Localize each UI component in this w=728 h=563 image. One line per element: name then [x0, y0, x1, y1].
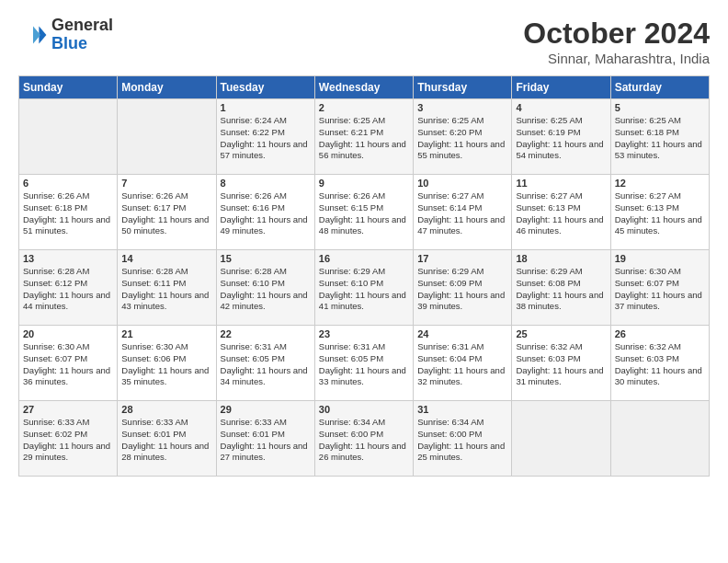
day-info: Daylight: 11 hours and 41 minutes. [319, 290, 409, 314]
main-title: October 2024 [523, 17, 710, 51]
day-info: Daylight: 11 hours and 35 minutes. [121, 365, 211, 389]
day-info: Sunset: 6:05 PM [221, 353, 311, 365]
day-number: 21 [121, 328, 211, 339]
day-info: Sunrise: 6:34 AM [319, 417, 409, 429]
day-info: Sunrise: 6:25 AM [319, 115, 409, 127]
col-friday: Friday [512, 76, 610, 99]
day-info: Daylight: 11 hours and 49 minutes. [221, 214, 311, 238]
day-number: 31 [417, 404, 507, 415]
calendar-cell: 13Sunrise: 6:28 AMSunset: 6:12 PMDayligh… [19, 250, 118, 326]
day-info: Sunrise: 6:34 AM [417, 417, 507, 429]
day-info: Sunset: 6:17 PM [121, 202, 211, 214]
day-info: Daylight: 11 hours and 47 minutes. [417, 214, 507, 238]
day-info: Daylight: 11 hours and 32 minutes. [417, 365, 507, 389]
day-info: Sunset: 6:22 PM [221, 127, 311, 139]
day-info: Sunset: 6:12 PM [23, 278, 113, 290]
day-info: Daylight: 11 hours and 31 minutes. [516, 365, 606, 389]
calendar-cell: 11Sunrise: 6:27 AMSunset: 6:13 PMDayligh… [512, 175, 610, 250]
day-number: 28 [121, 404, 211, 415]
calendar-cell: 9Sunrise: 6:26 AMSunset: 6:15 PMDaylight… [314, 175, 413, 250]
day-info: Sunrise: 6:33 AM [121, 417, 211, 429]
calendar-cell: 25Sunrise: 6:32 AMSunset: 6:03 PMDayligh… [512, 326, 610, 401]
day-info: Sunset: 6:07 PM [23, 353, 113, 365]
calendar-cell: 21Sunrise: 6:30 AMSunset: 6:06 PMDayligh… [118, 326, 216, 401]
day-info: Sunrise: 6:25 AM [417, 115, 507, 127]
calendar-cell: 8Sunrise: 6:26 AMSunset: 6:16 PMDaylight… [216, 175, 314, 250]
day-info: Sunrise: 6:26 AM [221, 190, 311, 202]
day-info: Daylight: 11 hours and 50 minutes. [121, 214, 211, 238]
day-number: 18 [516, 253, 606, 264]
day-info: Sunrise: 6:32 AM [615, 341, 705, 353]
day-info: Sunrise: 6:24 AM [221, 115, 311, 127]
day-number: 12 [615, 178, 705, 189]
day-info: Daylight: 11 hours and 43 minutes. [121, 290, 211, 314]
day-info: Sunset: 6:13 PM [516, 202, 606, 214]
day-number: 15 [221, 253, 311, 264]
header-row: Sunday Monday Tuesday Wednesday Thursday… [19, 76, 710, 99]
calendar-cell: 28Sunrise: 6:33 AMSunset: 6:01 PMDayligh… [118, 401, 216, 477]
day-info: Sunset: 6:08 PM [516, 278, 606, 290]
day-info: Sunset: 6:18 PM [23, 202, 113, 214]
day-info: Sunset: 6:06 PM [121, 353, 211, 365]
day-info: Sunset: 6:21 PM [319, 127, 409, 139]
day-number: 17 [417, 253, 507, 264]
day-info: Sunrise: 6:30 AM [615, 266, 705, 278]
calendar-cell: 7Sunrise: 6:26 AMSunset: 6:17 PMDaylight… [118, 175, 216, 250]
day-info: Sunset: 6:03 PM [615, 353, 705, 365]
calendar-cell: 3Sunrise: 6:25 AMSunset: 6:20 PMDaylight… [414, 99, 512, 175]
day-info: Sunset: 6:05 PM [319, 353, 409, 365]
day-info: Sunset: 6:04 PM [417, 353, 507, 365]
day-number: 30 [319, 404, 409, 415]
title-block: October 2024 Sinnar, Maharashtra, India [523, 17, 710, 66]
day-info: Daylight: 11 hours and 25 minutes. [417, 441, 507, 465]
calendar-cell: 14Sunrise: 6:28 AMSunset: 6:11 PMDayligh… [118, 250, 216, 326]
week-row-3: 13Sunrise: 6:28 AMSunset: 6:12 PMDayligh… [19, 250, 710, 326]
day-number: 23 [319, 328, 409, 339]
day-number: 16 [319, 253, 409, 264]
calendar-cell [512, 401, 610, 477]
day-number: 24 [417, 328, 507, 339]
day-info: Sunrise: 6:28 AM [23, 266, 113, 278]
day-info: Sunset: 6:18 PM [615, 127, 705, 139]
day-info: Sunrise: 6:27 AM [417, 190, 507, 202]
day-number: 13 [23, 253, 113, 264]
calendar-cell: 5Sunrise: 6:25 AMSunset: 6:18 PMDaylight… [610, 99, 709, 175]
day-info: Sunrise: 6:28 AM [121, 266, 211, 278]
day-info: Sunrise: 6:30 AM [23, 341, 113, 353]
day-info: Daylight: 11 hours and 56 minutes. [319, 139, 409, 163]
day-info: Sunset: 6:11 PM [121, 278, 211, 290]
day-info: Daylight: 11 hours and 29 minutes. [23, 441, 113, 465]
day-info: Sunrise: 6:25 AM [516, 115, 606, 127]
day-info: Sunrise: 6:31 AM [319, 341, 409, 353]
day-info: Sunset: 6:19 PM [516, 127, 606, 139]
day-number: 19 [615, 253, 705, 264]
day-info: Sunrise: 6:29 AM [417, 266, 507, 278]
sub-title: Sinnar, Maharashtra, India [523, 51, 710, 66]
col-tuesday: Tuesday [216, 76, 314, 99]
day-number: 4 [516, 102, 606, 113]
day-number: 22 [221, 328, 311, 339]
calendar-cell: 18Sunrise: 6:29 AMSunset: 6:08 PMDayligh… [512, 250, 610, 326]
logo: General Blue [18, 17, 113, 53]
week-row-4: 20Sunrise: 6:30 AMSunset: 6:07 PMDayligh… [19, 326, 710, 401]
day-number: 9 [319, 178, 409, 189]
col-monday: Monday [118, 76, 216, 99]
logo-text: General Blue [51, 17, 113, 53]
calendar-cell: 17Sunrise: 6:29 AMSunset: 6:09 PMDayligh… [414, 250, 512, 326]
day-info: Sunrise: 6:25 AM [615, 115, 705, 127]
calendar-cell: 27Sunrise: 6:33 AMSunset: 6:02 PMDayligh… [19, 401, 118, 477]
day-info: Daylight: 11 hours and 54 minutes. [516, 139, 606, 163]
day-number: 8 [221, 178, 311, 189]
calendar-cell: 10Sunrise: 6:27 AMSunset: 6:14 PMDayligh… [414, 175, 512, 250]
day-number: 5 [615, 102, 705, 113]
calendar-cell: 19Sunrise: 6:30 AMSunset: 6:07 PMDayligh… [610, 250, 709, 326]
day-info: Sunrise: 6:27 AM [615, 190, 705, 202]
day-info: Sunset: 6:15 PM [319, 202, 409, 214]
col-thursday: Thursday [414, 76, 512, 99]
calendar-cell [610, 401, 709, 477]
day-info: Daylight: 11 hours and 53 minutes. [615, 139, 705, 163]
day-info: Sunset: 6:14 PM [417, 202, 507, 214]
calendar-cell [118, 99, 216, 175]
day-info: Sunrise: 6:30 AM [121, 341, 211, 353]
col-wednesday: Wednesday [314, 76, 413, 99]
